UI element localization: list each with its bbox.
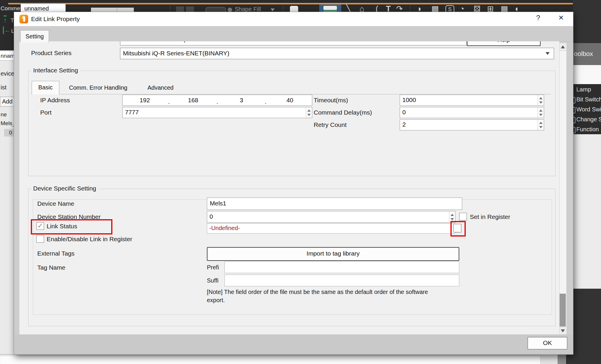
retry-count-label: Retry Count — [314, 121, 347, 128]
scroll-thumb-fragment[interactable] — [558, 354, 566, 364]
tool-t-label: T — [11, 17, 14, 24]
set-in-register-label: Set in Register — [470, 213, 510, 220]
ip-octet-4[interactable]: 40 — [268, 97, 312, 104]
dialog-title: Edit Link Property — [31, 16, 80, 23]
browse-button-highlight-box — [450, 221, 466, 237]
dialog-footer: OK — [14, 334, 573, 354]
toolbox-top-dark — [573, 0, 601, 43]
app-top-toolbar: Comment unnamed Shape Fill ╲ ⌂ ( T ↷ ◗ ▩… — [0, 0, 601, 13]
accent-line — [8, 3, 601, 4]
suffix-label: Suffi — [207, 277, 219, 284]
scroll-track-fragment[interactable] — [540, 354, 558, 364]
toolbox-search-area — [573, 65, 601, 84]
ip-address-input[interactable]: 192 . 168 . 3 . 40 — [122, 95, 312, 106]
ip-octet-2[interactable]: 168 — [171, 97, 215, 104]
link-status-value-field[interactable]: -Undefined- — [207, 223, 455, 234]
timeout-spinner[interactable] — [538, 95, 544, 106]
left-rail-dark: ↑ T ← L — [0, 13, 14, 50]
dropper-icon[interactable] — [228, 8, 232, 12]
combo-caret-icon — [546, 52, 550, 55]
prefix-input[interactable] — [224, 261, 459, 273]
dialog-scrollbar[interactable] — [559, 43, 567, 335]
down-arrow-icon — [561, 329, 565, 332]
toolbox-rail: oolbox Lamp Bit Switch Word Swi Change S… — [573, 0, 601, 364]
to-top-arrow-icon[interactable]: ↑ — [4, 16, 7, 24]
port-input[interactable]: 7777 — [122, 107, 312, 118]
help-button[interactable]: Help — [467, 41, 541, 46]
tab-comm-error-handling[interactable]: Comm. Error Handling — [64, 84, 133, 91]
retry-count-input[interactable]: 2 — [400, 119, 544, 130]
device-specific-setting-title: Device Specific Setting — [31, 185, 98, 192]
dialog-help-button[interactable]: ? — [532, 14, 544, 24]
note-line2: export. — [207, 297, 225, 304]
ok-button[interactable]: OK — [528, 337, 567, 349]
scrollbar-thumb[interactable] — [560, 294, 566, 326]
port-spinner[interactable] — [306, 107, 312, 118]
prefix-label: Prefi — [207, 264, 219, 271]
timeout-input[interactable]: 1000 — [400, 95, 544, 106]
shape-fill-caret-icon[interactable] — [271, 8, 275, 11]
product-series-combo[interactable]: Mitsubishi iQ-R Series-ENET(BINARY) — [120, 48, 554, 59]
command-delay-input[interactable]: 0 — [400, 107, 544, 118]
toolbox-header: oolbox — [573, 43, 601, 65]
device-specific-setting-group: Device Specific Setting Device Name Mels… — [28, 189, 556, 326]
name-column-fragment: ne — [1, 111, 7, 118]
device-station-number-input[interactable]: 0 — [207, 211, 455, 223]
zero-badge[interactable]: 0 — [4, 129, 14, 137]
toolbox-body — [573, 134, 601, 289]
bottom-dark-corner — [566, 354, 601, 364]
left-rail-panel: nnam evice ist Add ne Mels_S 0 — [0, 50, 14, 354]
toolbox-item-lamp[interactable]: Lamp — [576, 86, 591, 93]
product-series-label: Product Series — [31, 50, 72, 57]
toolbox-bottom-dark — [573, 289, 601, 364]
ip-address-label: IP Address — [40, 97, 70, 104]
suffix-input[interactable] — [224, 275, 459, 286]
set-in-register-checkbox[interactable] — [459, 213, 467, 220]
tab-advanced[interactable]: Advanced — [141, 84, 180, 91]
edit-link-property-dialog: Edit Link Property ? × Setting Manufactu… — [14, 12, 573, 355]
interface-setting-group: Interface Setting Basic Comm. Error Hand… — [28, 71, 556, 176]
left-rail: ↑ T ← L nnam evice ist Add ne Mels_S 0 — [0, 13, 14, 354]
tab-baseline — [31, 94, 551, 94]
tab-setting[interactable]: Setting — [20, 30, 49, 42]
name-field-fragment[interactable]: nnam — [0, 52, 14, 61]
note-line1: [Note] The field order of the file must … — [207, 289, 428, 295]
ip-octet-3[interactable]: 3 — [220, 97, 264, 104]
link-status-highlight-box — [31, 219, 112, 234]
icon-hand — [23, 18, 25, 22]
dialog-tabband — [14, 26, 573, 42]
up-arrow-icon — [561, 45, 565, 48]
ip-octet-1[interactable]: 192 — [123, 97, 167, 104]
dialog-titlebar[interactable]: Edit Link Property ? × — [14, 12, 573, 26]
enable-disable-link-label: Enable/Disable Link in Register — [47, 236, 132, 243]
external-tags-label: External Tags — [37, 250, 75, 257]
dialog-content: Manufacturer Mitsubishi Electric Corpora… — [19, 41, 559, 334]
device-name-input[interactable]: Mels1 — [207, 198, 462, 210]
tab-basic[interactable]: Basic — [32, 81, 59, 94]
toolbox-item-list: Lamp Bit Switch Word Swi Change S Functi… — [573, 84, 601, 134]
tag-name-label: Tag Name — [37, 264, 65, 271]
toolbox-header-label: oolbox — [574, 50, 593, 58]
retry-count-spinner[interactable] — [538, 120, 544, 130]
command-delay-spinner[interactable] — [538, 107, 544, 118]
add-button[interactable]: Add — [0, 97, 14, 107]
scrollbar-down-button[interactable] — [560, 327, 566, 335]
command-delay-label: Command Delay(ms) — [314, 109, 372, 116]
timeout-label: Timeout(ms) — [314, 97, 348, 104]
scrollbar-up-button[interactable] — [560, 43, 566, 51]
canvas-bottom-strip — [0, 354, 601, 364]
enable-disable-link-checkbox[interactable] — [36, 235, 44, 243]
interface-setting-title: Interface Setting — [31, 67, 80, 74]
to-left-arrow-icon[interactable]: ← — [3, 26, 11, 34]
device-name-label: Device Name — [37, 200, 74, 207]
dialog-close-button[interactable]: × — [555, 13, 567, 23]
rounded-rect-tool-icon — [323, 6, 337, 10]
list-label-fragment: ist — [1, 84, 6, 91]
link-property-icon — [19, 15, 28, 23]
port-label: Port — [40, 109, 52, 116]
manufacturer-combo[interactable]: Mitsubishi Electric Corporation — [120, 41, 467, 45]
import-to-tag-library-button[interactable]: Import to tag library — [207, 247, 459, 261]
device-label-fragment: evice — [1, 70, 14, 77]
